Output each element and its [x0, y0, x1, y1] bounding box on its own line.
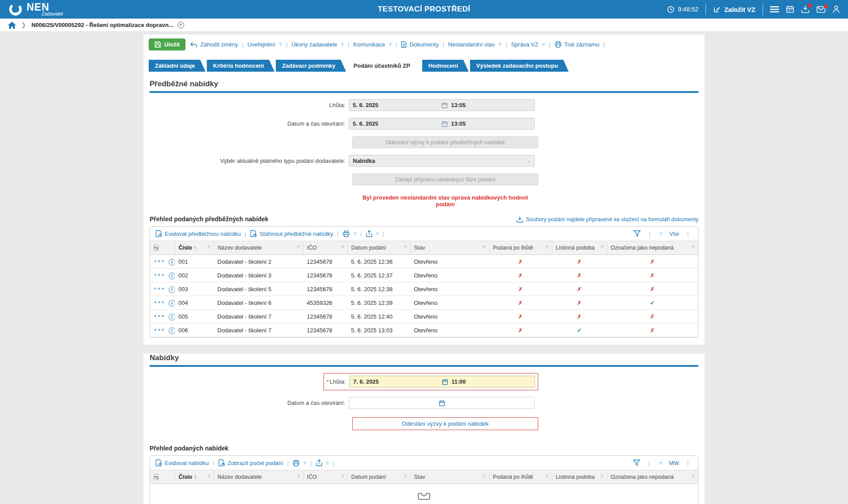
column-header[interactable]: Stav▽ [410, 470, 489, 484]
column-header[interactable]: IČO▽ [303, 470, 347, 484]
column-header[interactable]: Označena jako nepodaná▽ [607, 241, 698, 255]
column-header[interactable]: Stav▽ [410, 241, 489, 255]
info-icon[interactable]: i [169, 327, 175, 334]
offers-deadline-field[interactable]: 7. 6. 2025 11:00 [349, 376, 535, 388]
column-header[interactable]: Označena jako nepodaná▽ [607, 470, 698, 484]
column-header[interactable]: Podaná po lhůtě▽ [489, 241, 552, 255]
opening-field[interactable]: 5. 6. 2025 13:05 [349, 118, 535, 130]
download-preliminary-offers-button[interactable]: Stáhnout předběžné nabídky [250, 230, 333, 237]
grid-print-button[interactable]: ▽ [343, 231, 356, 237]
info-icon[interactable]: i [169, 314, 175, 320]
nonstandard-state-menu-button[interactable]: Nestandardní stav▽ [448, 41, 502, 48]
column-header[interactable]: Listinná podoba▽ [552, 470, 607, 484]
info-icon[interactable]: i [169, 273, 175, 279]
column-filter-icon[interactable]: ▽ [297, 474, 300, 478]
column-header[interactable]: Číslo↑▽ [175, 470, 214, 484]
messages-button[interactable] [817, 6, 825, 13]
contracting-actions-menu-button[interactable]: Úkony zadavatele▽ [291, 41, 344, 48]
column-filter-icon[interactable]: ▽ [483, 245, 486, 249]
calendar-icon[interactable] [442, 102, 447, 108]
print-record-button[interactable]: Tisk záznamu [555, 41, 600, 48]
row-menu-icon[interactable]: ∘∘∘ [154, 313, 165, 319]
info-icon[interactable]: i [169, 300, 175, 307]
column-header[interactable]: Podaná po lhůtě▽ [489, 470, 552, 484]
column-filter-icon[interactable]: ▽ [483, 474, 486, 478]
nen-logo[interactable]: NEN Zadavatel [8, 2, 63, 17]
row-menu-icon[interactable]: ∘∘∘ [154, 285, 165, 292]
offers-opening-field[interactable] [349, 397, 535, 409]
column-chooser-header[interactable]: ⇆ [150, 470, 175, 484]
row-menu-icon[interactable]: ∘∘∘ [154, 272, 165, 278]
submission-files-link[interactable]: Soubory podání najdete připravené ke sta… [517, 216, 698, 223]
create-vz-button[interactable]: Založit VZ [713, 5, 755, 13]
column-chooser-header[interactable]: ⇆ [150, 241, 175, 255]
tab-zadavaci-podminky[interactable]: Zadávací podmínky [276, 60, 346, 72]
next-phase-button[interactable]: Zahájit přípravu následující fáze podání [352, 173, 538, 185]
column-header[interactable]: Listinná podoba▽ [552, 241, 607, 255]
column-filter-icon[interactable]: ▽ [546, 245, 548, 249]
calendar-button[interactable] [786, 5, 794, 13]
home-icon[interactable] [8, 22, 16, 29]
filter-view-select[interactable]: ▽ Vše [658, 231, 679, 237]
column-filter-icon[interactable]: ▽ [341, 474, 344, 478]
deadline-field[interactable]: 5. 6. 2025 13:05 [349, 99, 535, 111]
menu-button[interactable] [770, 6, 779, 13]
column-filter-icon[interactable]: ▽ [208, 245, 210, 249]
row-menu-icon[interactable]: ∘∘∘ [154, 299, 165, 305]
calendar-icon[interactable] [442, 121, 447, 127]
tab-hodnoceni[interactable]: Hodnocení [422, 60, 469, 72]
publish-menu-button[interactable]: Uveřejnění▽ [247, 41, 282, 48]
column-header[interactable]: Datum podání▽ [347, 470, 410, 484]
calendar-icon[interactable] [442, 379, 448, 385]
column-filter-icon[interactable]: ▽ [341, 245, 344, 249]
calendar-icon[interactable] [439, 400, 445, 406]
send-call-offers-button[interactable]: Odeslání výzvy k podání nabídek [352, 417, 538, 430]
send-call-preliminary-button[interactable]: Odeslání výzvy k podání předběžných nabí… [352, 136, 538, 148]
column-header[interactable]: Číslo↑▽ [175, 241, 214, 255]
column-chooser-icon[interactable]: ⇆ [154, 474, 158, 480]
column-filter-icon[interactable]: ▽ [404, 245, 407, 249]
communication-menu-button[interactable]: Komunikace▽ [353, 41, 392, 48]
submission-type-select[interactable]: Nabídka ⌄ [349, 155, 535, 167]
tab-kriteria-hodnoceni[interactable]: Kritéria hodnocení [207, 60, 274, 72]
filter-funnel-icon[interactable] [633, 230, 641, 237]
create-vz-label: Založit VZ [724, 6, 755, 13]
register-preliminary-offer-button[interactable]: Evidovat předběžnou nabídku [155, 230, 241, 237]
close-tab-icon[interactable]: ✕ [177, 22, 184, 28]
info-icon[interactable]: i [169, 259, 175, 265]
documents-button[interactable]: Dokumenty [401, 41, 439, 48]
grid-export-button[interactable]: ▽ [316, 459, 329, 466]
column-filter-icon[interactable]: ▽ [692, 245, 695, 249]
save-button[interactable]: Uložit [149, 38, 185, 50]
column-filter-icon[interactable]: ▽ [601, 245, 603, 249]
column-header[interactable]: Název dodavatele▽ [214, 241, 303, 255]
column-filter-icon[interactable]: ▽ [297, 245, 300, 249]
column-chooser-icon[interactable]: ⇆ [154, 245, 158, 251]
user-button[interactable] [833, 5, 840, 13]
show-submission-count-button[interactable]: Zobrazit počet podání [218, 459, 283, 466]
row-menu-icon[interactable]: ∘∘∘ [154, 258, 165, 264]
info-icon[interactable]: i [169, 286, 175, 293]
downloads-button[interactable] [801, 5, 809, 13]
filter-funnel-icon[interactable] [633, 459, 640, 466]
column-header[interactable]: Datum podání▽ [347, 241, 410, 255]
column-header-label: Datum podání [351, 474, 386, 480]
column-filter-icon[interactable]: ▽ [692, 474, 695, 478]
column-filter-icon[interactable]: ▽ [404, 474, 407, 478]
manage-vz-menu-button[interactable]: Správa VZ▽ [511, 41, 545, 48]
tab-podani-ucastniku[interactable]: Podání účastníků ZP [347, 60, 421, 72]
register-offer-button[interactable]: Evidovat nabídku [155, 459, 209, 466]
grid-print-button[interactable]: ▽ [293, 460, 306, 466]
tab-vysledek[interactable]: Výsledek zadávacího postupu [470, 60, 569, 72]
discard-changes-button[interactable]: Zahodit změny [190, 41, 238, 48]
row-menu-icon[interactable]: ∘∘∘ [154, 327, 165, 333]
column-filter-icon[interactable]: ▽ [601, 474, 603, 478]
grid-export-button[interactable]: ▽ [366, 230, 379, 237]
breadcrumb-item[interactable]: N006/25/V00005292 - Řešení optimalizace … [31, 22, 184, 28]
filter-view-select[interactable]: ▽ MW [658, 460, 679, 466]
tab-zakladni-udaje[interactable]: Základní údaje [149, 60, 205, 72]
column-filter-icon[interactable]: ▽ [208, 474, 210, 478]
column-header[interactable]: Název dodavatele▽ [214, 470, 303, 484]
column-filter-icon[interactable]: ▽ [546, 474, 548, 478]
column-header[interactable]: IČO▽ [303, 241, 347, 255]
